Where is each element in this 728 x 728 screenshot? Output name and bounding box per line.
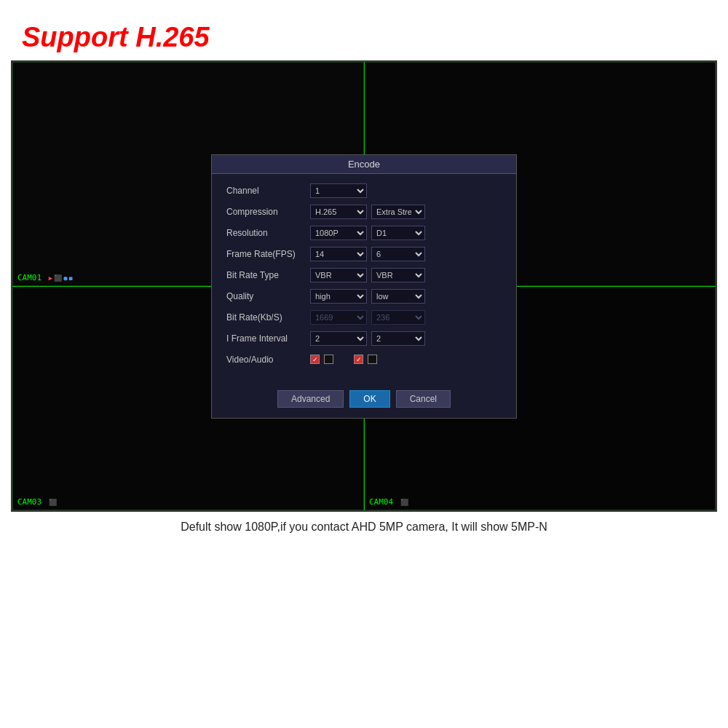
iframe-select2[interactable]: 2: [371, 331, 425, 346]
resolution-select2[interactable]: D1: [371, 226, 425, 240]
iframe-select1[interactable]: 2: [310, 331, 367, 346]
videoaudio-label: Video/Audio: [226, 355, 310, 365]
quality-select2[interactable]: low: [371, 289, 425, 304]
encode-dialog: Encode Channel 1 Compression: [211, 154, 517, 419]
bitratetype-controls: VBR VBR: [310, 268, 425, 282]
iframe-row: I Frame Interval 2 2: [226, 331, 502, 347]
compression-select2[interactable]: Extra Stream: [371, 205, 425, 219]
cancel-button[interactable]: Cancel: [396, 390, 451, 408]
support-text: Support: [22, 22, 135, 52]
bitratetype-label: Bit Rate Type: [226, 270, 310, 280]
video-checkbox1[interactable]: ✓: [310, 355, 320, 364]
framerate-label: Frame Rate(FPS): [226, 249, 310, 259]
resolution-select1[interactable]: 1080P: [310, 226, 367, 240]
bitrate-row: Bit Rate(Kb/S) 1669 236: [226, 309, 502, 325]
support-title: Support H.265: [22, 22, 706, 53]
resolution-row: Resolution 1080P D1: [226, 225, 502, 241]
compression-select1[interactable]: H.265: [310, 205, 367, 219]
resolution-controls: 1080P D1: [310, 226, 425, 240]
dialog-body: Channel 1 Compression H.265: [212, 174, 516, 381]
framerate-row: Frame Rate(FPS) 14 6: [226, 246, 502, 262]
resolution-label: Resolution: [226, 228, 310, 238]
compression-controls: H.265 Extra Stream: [310, 205, 425, 219]
bitratetype-select1[interactable]: VBR: [310, 268, 367, 282]
quality-label: Quality: [226, 291, 310, 301]
compression-row: Compression H.265 Extra Stream: [226, 204, 502, 220]
audio-checkbox2[interactable]: [368, 355, 377, 364]
advanced-button[interactable]: Advanced: [277, 390, 344, 408]
quality-select1[interactable]: high: [310, 289, 367, 304]
audio-checkbox1[interactable]: [324, 355, 333, 364]
channel-controls: 1: [310, 183, 367, 198]
dialog-overlay: Encode Channel 1 Compression: [12, 62, 716, 510]
header-section: Support H.265: [0, 0, 728, 60]
framerate-select2[interactable]: 6: [371, 247, 425, 261]
framerate-select1[interactable]: 14: [310, 247, 367, 261]
bottom-section: Defult show 1080P,if you contact AHD 5MP…: [0, 512, 728, 542]
videoaudio-row: Video/Audio ✓ ✓: [226, 352, 502, 368]
channel-label: Channel: [226, 186, 310, 196]
videoaudio-checkboxes2: ✓: [354, 355, 377, 364]
bitratetype-select2[interactable]: VBR: [371, 268, 425, 282]
compression-label: Compression: [226, 207, 310, 217]
quality-controls: high low: [310, 289, 425, 304]
h265-highlight: H.265: [135, 22, 209, 52]
bitrate-label: Bit Rate(Kb/S): [226, 312, 310, 323]
dialog-footer: Advanced OK Cancel: [212, 381, 516, 418]
bitrate-select1: 1669: [310, 310, 367, 325]
bitrate-select2: 236: [371, 310, 425, 325]
iframe-controls: 2 2: [310, 331, 425, 346]
videoaudio-checkboxes1: ✓: [310, 355, 333, 364]
channel-select[interactable]: 1: [310, 183, 367, 198]
dvr-screen: CAM01 ▶ ⬛ ● ◼ CAM03 ⬛ CAM04: [11, 60, 717, 512]
iframe-label: I Frame Interval: [226, 333, 310, 344]
caption-text: Defult show 1080P,if you contact AHD 5MP…: [15, 521, 713, 534]
video-checkbox2[interactable]: ✓: [354, 355, 363, 364]
ok-button[interactable]: OK: [349, 390, 389, 408]
dialog-title: Encode: [212, 155, 516, 174]
videoaudio-controls: ✓ ✓: [310, 355, 377, 364]
quality-row: Quality high low: [226, 288, 502, 304]
channel-row: Channel 1: [226, 183, 502, 199]
bitratetype-row: Bit Rate Type VBR VBR: [226, 267, 502, 283]
framerate-controls: 14 6: [310, 247, 425, 261]
bitrate-controls: 1669 236: [310, 310, 425, 325]
